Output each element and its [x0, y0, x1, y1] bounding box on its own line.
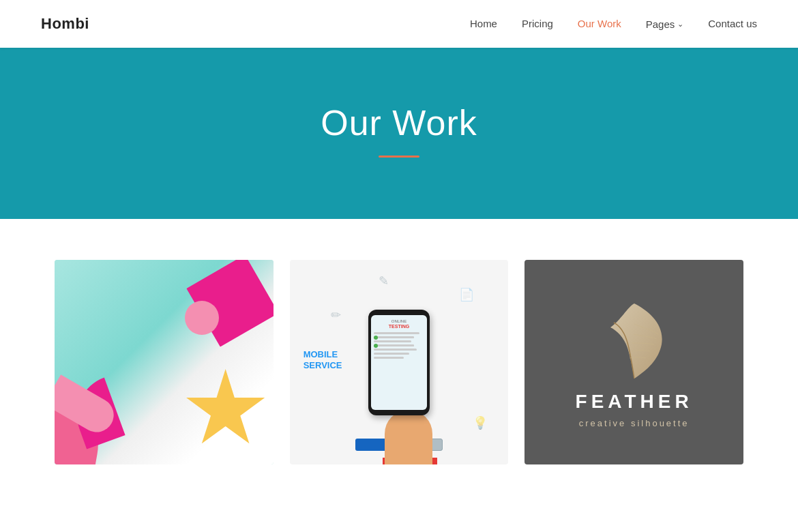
feather-tagline: creative silhouette	[579, 418, 690, 428]
nav-link-contact[interactable]: Contact us	[708, 18, 757, 29]
mobile-service-label: MOBILESERVICE	[304, 349, 342, 370]
portfolio-section: MOBILESERVICE ✎ 📄 💡 ✏ ONLINETESTING	[0, 219, 798, 492]
portfolio-card-1[interactable]	[55, 260, 274, 464]
nav-item-pages[interactable]: Pages ⌄	[646, 18, 684, 30]
portfolio-grid: MOBILESERVICE ✎ 📄 💡 ✏ ONLINETESTING	[55, 260, 743, 464]
hero-title: Our Work	[321, 102, 477, 143]
phone-content-lines	[374, 332, 424, 361]
nav-item-home[interactable]: Home	[470, 18, 497, 30]
hero-divider	[379, 156, 419, 158]
float-icon-3: 💡	[473, 415, 488, 430]
nav-links: Home Pricing Our Work Pages ⌄ Contact us	[470, 18, 757, 30]
brand-logo[interactable]: Hombi	[41, 15, 89, 33]
shape-pink-circle	[185, 301, 219, 335]
nav-link-our-work[interactable]: Our Work	[578, 18, 621, 29]
nav-item-contact[interactable]: Contact us	[708, 18, 757, 30]
float-icon-2: 📄	[459, 287, 474, 302]
nav-item-our-work[interactable]: Our Work	[578, 18, 621, 30]
nav-item-pricing[interactable]: Pricing	[522, 18, 553, 30]
nav-link-pages[interactable]: Pages	[646, 18, 675, 30]
phone-screen: ONLINETESTING	[371, 315, 427, 410]
float-icon-4: ✏	[331, 308, 341, 323]
card2-content: MOBILESERVICE ✎ 📄 💡 ✏ ONLINETESTING	[290, 260, 509, 464]
feather-icon	[590, 297, 679, 385]
navbar: Hombi Home Pricing Our Work Pages ⌄ Cont…	[0, 0, 798, 48]
mobile-service-text: MOBILESERVICE	[304, 349, 342, 370]
hand-illustration	[385, 410, 432, 464]
hero-section: Our Work	[0, 48, 798, 219]
nav-link-pricing[interactable]: Pricing	[522, 18, 553, 29]
chevron-down-icon: ⌄	[677, 20, 683, 29]
portfolio-card-3[interactable]: FEATHER creative silhouette	[524, 260, 743, 464]
portfolio-card-2[interactable]: MOBILESERVICE ✎ 📄 💡 ✏ ONLINETESTING	[290, 260, 509, 464]
phone-device: ONLINETESTING	[368, 310, 430, 415]
nav-link-home[interactable]: Home	[470, 18, 497, 29]
phone-screen-labels: ONLINETESTING	[389, 319, 409, 330]
feather-brand-name: FEATHER	[576, 391, 693, 413]
